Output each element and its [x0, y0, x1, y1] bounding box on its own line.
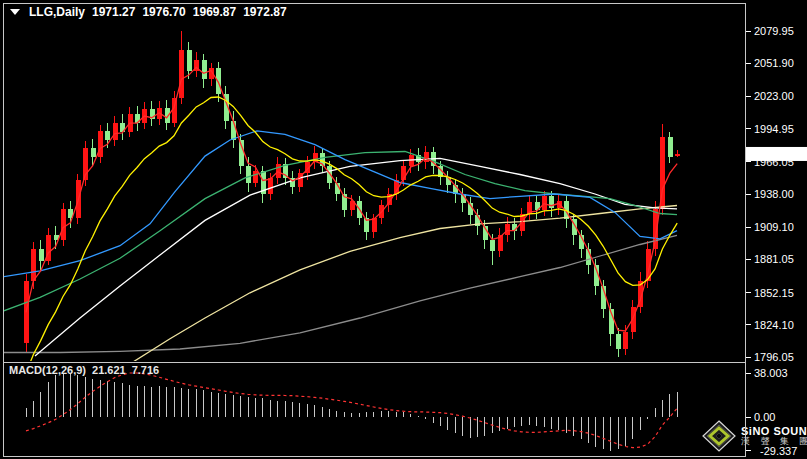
candle-body: [372, 218, 377, 232]
candle-body: [505, 224, 510, 235]
macd-signal-line: [26, 373, 677, 448]
candle-body: [91, 148, 96, 157]
macd-axis-label: -29.337: [760, 445, 797, 457]
macd-panel-area: [26, 373, 677, 451]
ohlc-close-value: 1972.87: [243, 5, 286, 19]
ma-slowest-gray: [3, 235, 677, 352]
candle-body: [668, 137, 673, 158]
candle-body: [187, 50, 192, 71]
price-axis-label: 1881.05: [754, 253, 794, 265]
ohlc-open-value: 1971.27: [92, 5, 135, 19]
candle-body: [179, 50, 184, 97]
price-axis-label: 1824.10: [754, 319, 794, 331]
candle-body: [98, 131, 103, 157]
macd-axis-label: 0.00: [754, 411, 775, 423]
candle-body: [675, 154, 680, 156]
candle-body: [31, 249, 36, 281]
price-chart-canvas[interactable]: 2079.952051.902023.001994.951966.051938.…: [0, 0, 807, 459]
main-chart-area: [3, 31, 680, 373]
candle-body: [202, 60, 207, 80]
candle-body: [105, 131, 110, 140]
candle-body: [39, 249, 44, 260]
price-axis-label: 1938.00: [754, 188, 794, 200]
macd-indicator-label: MACD(12,26,9) 21.621 7.716: [9, 364, 159, 376]
ohlc-low-value: 1969.87: [193, 5, 236, 19]
candle-body: [253, 171, 258, 182]
ohlc-high-value: 1976.70: [142, 5, 185, 19]
price-axis-label: 1796.05: [754, 351, 794, 363]
ma-mid-yellow: [26, 97, 677, 373]
candle-body: [268, 178, 273, 194]
price-axis-label: 2051.90: [754, 57, 794, 69]
candle-body: [113, 123, 118, 140]
candle-body: [424, 152, 429, 162]
candle-body: [616, 334, 621, 349]
macd-signal-value: 7.716: [132, 364, 160, 376]
candle-body: [61, 209, 66, 240]
candle-body: [623, 332, 628, 349]
candle-body: [276, 164, 281, 178]
collapse-chevron-icon[interactable]: [10, 9, 20, 15]
ma-fast-red: [26, 67, 677, 331]
current-price-label: 1972.87: [754, 148, 794, 160]
macd-axis-label: 38.003: [754, 367, 788, 379]
trading-chart-window: 2079.952051.902023.001994.951966.051938.…: [0, 0, 807, 459]
symbol-timeframe-label: LLG,Daily: [29, 5, 85, 19]
price-axis-label: 2023.00: [754, 90, 794, 102]
candle-body: [490, 240, 495, 251]
price-axis-label: 1994.95: [754, 123, 794, 135]
macd-main-value: 21.621: [92, 364, 126, 376]
price-axis-label: 2079.95: [754, 25, 794, 37]
price-axis-label: 1909.10: [754, 221, 794, 233]
chart-title-bar: LLG,Daily 1971.27 1976.70 1969.87 1972.8…: [10, 5, 287, 19]
macd-name-label: MACD(12,26,9): [9, 364, 86, 376]
price-axis-label: 1852.15: [754, 287, 794, 299]
candle-body: [246, 166, 251, 182]
